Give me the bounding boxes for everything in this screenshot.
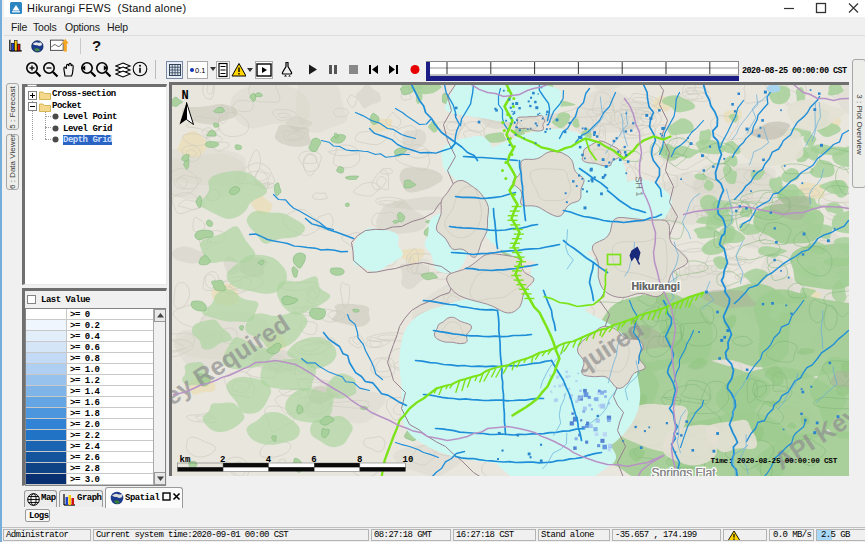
svg-text:Hikurangi: Hikurangi bbox=[632, 280, 681, 292]
svg-text:Time: 2020-08-25 00:00:00 CST: Time: 2020-08-25 00:00:00 CST bbox=[711, 457, 838, 465]
svg-text:N: N bbox=[182, 89, 189, 103]
svg-text:SH 1: SH 1 bbox=[634, 176, 645, 197]
svg-text:km: km bbox=[180, 455, 191, 465]
svg-text:Springs Flat: Springs Flat bbox=[652, 466, 717, 477]
